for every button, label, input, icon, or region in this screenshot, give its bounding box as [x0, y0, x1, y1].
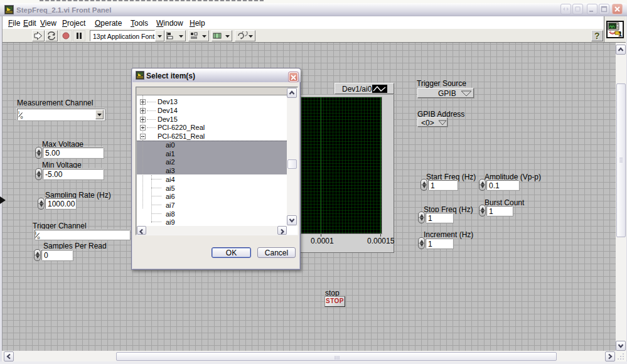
svg-text:?: ?: [594, 31, 600, 41]
svg-text:I: I: [18, 110, 19, 115]
svg-text:o: o: [21, 115, 23, 119]
svg-text:o: o: [38, 235, 40, 239]
svg-text:1: 1: [618, 30, 622, 37]
svg-text:I: I: [35, 231, 36, 235]
